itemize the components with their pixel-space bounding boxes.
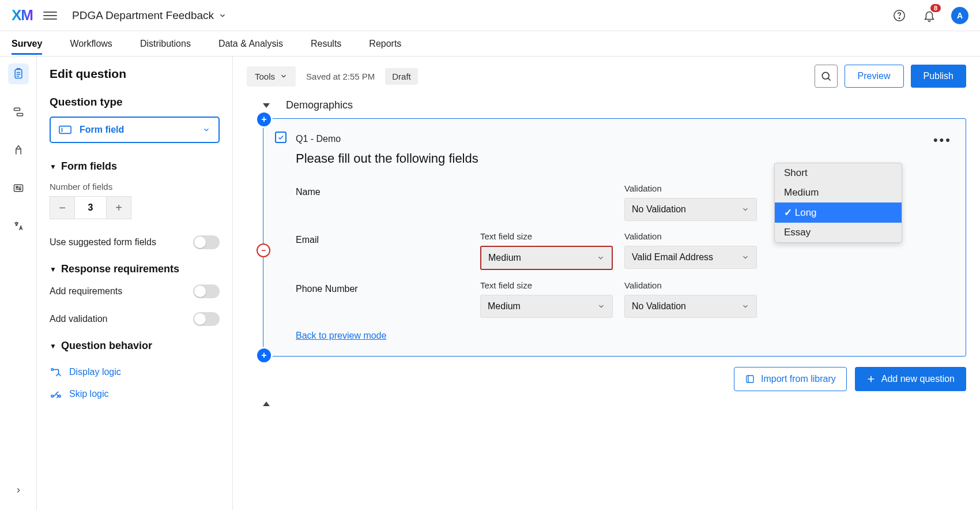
top-bar: XM PDGA Department Feedback 8 A xyxy=(0,0,980,31)
edit-panel: Edit question Question type Form field ▼… xyxy=(37,57,233,510)
svg-point-9 xyxy=(51,369,54,371)
rail-expand-icon[interactable] xyxy=(8,480,29,501)
project-title-text: PDGA Department Feedback xyxy=(72,9,214,22)
add-requirements-label: Add requirements xyxy=(50,286,122,297)
search-icon xyxy=(820,70,832,82)
size-option-essay[interactable]: Essay xyxy=(775,223,902,242)
svg-rect-2 xyxy=(15,70,22,78)
validation-select[interactable]: Valid Email Address xyxy=(624,246,757,269)
display-logic-link[interactable]: Display logic xyxy=(50,361,220,383)
chevron-down-icon xyxy=(280,72,288,80)
size-option-long[interactable]: Long xyxy=(775,202,902,223)
draft-badge: Draft xyxy=(385,68,418,85)
add-validation-toggle[interactable] xyxy=(193,312,220,326)
question-select-checkbox[interactable] xyxy=(275,132,287,143)
skip-logic-icon xyxy=(50,389,62,399)
validation-select[interactable]: No Validation xyxy=(624,295,757,318)
preview-button[interactable]: Preview xyxy=(845,65,904,88)
avatar[interactable]: A xyxy=(951,7,968,24)
rail-look-feel-icon[interactable] xyxy=(8,140,29,160)
number-of-fields-label: Number of fields xyxy=(50,182,220,192)
chevron-down-icon xyxy=(597,254,605,262)
use-suggested-toggle[interactable] xyxy=(193,235,220,249)
chevron-down-icon xyxy=(597,302,605,310)
display-logic-icon xyxy=(50,367,62,377)
svg-point-1 xyxy=(899,17,899,18)
chevron-down-icon xyxy=(741,253,749,261)
chevron-down-icon xyxy=(202,126,210,134)
block-expand-caret[interactable] xyxy=(263,402,270,406)
rail-options-icon[interactable] xyxy=(8,178,29,198)
field-name[interactable]: Phone Number xyxy=(296,280,469,294)
tab-data-analysis[interactable]: Data & Analysis xyxy=(218,33,283,55)
chevron-down-icon xyxy=(741,302,749,310)
tab-results[interactable]: Results xyxy=(311,33,341,55)
project-title-dropdown[interactable]: PDGA Department Feedback xyxy=(72,9,227,22)
import-from-library-button[interactable]: Import from library xyxy=(734,367,847,391)
question-type-select[interactable]: Form field xyxy=(50,117,220,143)
field-name[interactable]: Name xyxy=(296,183,469,197)
form-fields-heading[interactable]: ▼ Form fields xyxy=(50,160,220,172)
library-icon xyxy=(745,374,755,384)
tools-button[interactable]: Tools xyxy=(247,66,296,87)
skip-logic-link[interactable]: Skip logic xyxy=(50,383,220,405)
question-more-button[interactable]: ••• xyxy=(933,133,952,148)
menu-icon[interactable] xyxy=(43,9,57,22)
validation-select[interactable]: No Validation xyxy=(624,198,757,221)
add-question-above-button[interactable]: + xyxy=(255,111,273,128)
svg-point-12 xyxy=(822,72,829,79)
svg-rect-3 xyxy=(14,108,20,110)
notification-badge: 8 xyxy=(930,4,941,12)
chevron-down-icon xyxy=(218,12,227,20)
rail-builder-icon[interactable] xyxy=(8,63,29,84)
rail-translate-icon[interactable] xyxy=(8,216,29,237)
decrement-button[interactable]: − xyxy=(50,196,75,219)
tab-distributions[interactable]: Distributions xyxy=(140,33,191,55)
field-name[interactable]: Email xyxy=(296,231,469,245)
validation-col-label: Validation xyxy=(624,280,757,290)
size-select-highlighted[interactable]: Medium xyxy=(480,246,613,270)
question-type-heading: Question type xyxy=(50,96,220,108)
fields-count-input[interactable] xyxy=(75,196,106,219)
question-behavior-heading[interactable]: ▼ Question behavior xyxy=(50,340,220,352)
tab-survey[interactable]: Survey xyxy=(12,33,42,55)
caret-down-icon: ▼ xyxy=(50,265,56,273)
size-option-medium[interactable]: Medium xyxy=(775,183,902,202)
size-option-short[interactable]: Short xyxy=(775,163,902,183)
validation-col-label: Validation xyxy=(624,231,757,241)
question-card: + + − ••• Q1 - Demo Please fill out the … xyxy=(263,118,966,357)
rail-flow-icon[interactable] xyxy=(8,102,29,122)
canvas-toolbar: Tools Saved at 2:55 PM Draft Preview Pub… xyxy=(233,57,980,96)
publish-button[interactable]: Publish xyxy=(911,65,966,88)
logo: XM xyxy=(12,6,33,24)
chevron-down-icon xyxy=(741,205,749,213)
response-requirements-heading[interactable]: ▼ Response requirements xyxy=(50,263,220,275)
increment-button[interactable]: + xyxy=(106,196,131,219)
notifications-icon[interactable]: 8 xyxy=(921,7,937,24)
block-title[interactable]: Demographics xyxy=(286,99,353,111)
question-id-label: Q1 - Demo xyxy=(296,134,946,144)
add-new-question-button[interactable]: Add new question xyxy=(855,367,966,391)
help-icon[interactable] xyxy=(891,7,907,24)
block-collapse-caret[interactable] xyxy=(263,103,270,108)
search-button[interactable] xyxy=(815,65,838,88)
use-suggested-label: Use suggested form fields xyxy=(50,237,156,247)
svg-point-10 xyxy=(51,395,54,397)
tab-reports[interactable]: Reports xyxy=(369,33,401,55)
remove-field-button[interactable]: − xyxy=(257,243,270,257)
caret-down-icon: ▼ xyxy=(50,342,56,350)
check-icon xyxy=(277,134,284,141)
back-to-preview-link[interactable]: Back to preview mode xyxy=(296,331,386,341)
number-of-fields-stepper: − + xyxy=(50,196,220,219)
size-select[interactable]: Medium xyxy=(480,295,613,318)
svg-rect-5 xyxy=(14,185,22,192)
saved-indicator: Saved at 2:55 PM xyxy=(306,72,375,81)
add-question-below-button[interactable]: + xyxy=(255,347,273,364)
svg-rect-4 xyxy=(17,114,22,116)
add-requirements-toggle[interactable] xyxy=(193,284,220,298)
tab-workflows[interactable]: Workflows xyxy=(70,33,112,55)
svg-rect-13 xyxy=(747,376,753,382)
main-tabs: Survey Workflows Distributions Data & An… xyxy=(0,31,980,57)
size-col-label: Text field size xyxy=(480,231,613,241)
left-rail xyxy=(0,57,37,510)
